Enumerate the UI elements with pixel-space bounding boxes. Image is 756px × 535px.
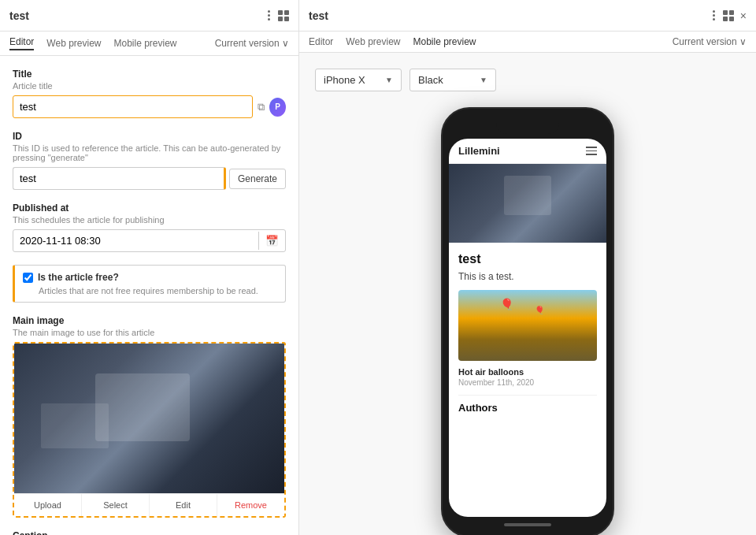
free-article-label: Is the article free? xyxy=(38,272,119,283)
phone-nav: Lillemini xyxy=(449,139,606,164)
right-header-actions: × xyxy=(711,9,747,22)
main-image-hint: The main image to use for this article xyxy=(13,328,286,337)
grid-view-icon[interactable] xyxy=(278,10,289,21)
phone-article-text: This is a test. xyxy=(458,271,597,282)
phone-divider xyxy=(458,395,597,396)
published-label: Published at xyxy=(13,202,286,214)
phone-authors-label: Authors xyxy=(458,402,597,414)
right-nav-mobile-preview[interactable]: Mobile preview xyxy=(413,36,476,47)
phone-notch xyxy=(496,118,559,134)
balloon-image xyxy=(458,290,597,361)
free-article-field-group: Is the article free? Articles that are n… xyxy=(13,265,286,303)
title-label: Title xyxy=(13,69,286,80)
main-image-label: Main image xyxy=(13,315,286,326)
phone-article-title: test xyxy=(458,252,597,266)
main-image-preview xyxy=(14,344,284,493)
phone-image-card xyxy=(458,290,597,361)
left-content: Title Article title ⧉ P ID This ID is us… xyxy=(0,56,298,535)
id-label: ID xyxy=(13,131,286,142)
copy-icon[interactable]: ⧉ xyxy=(256,99,266,115)
left-panel: test Editor Web preview Mobile preview C… xyxy=(0,0,299,535)
date-input-row: 📅 xyxy=(13,229,286,252)
right-nav-editor[interactable]: Editor xyxy=(309,36,333,47)
upload-button[interactable]: Upload xyxy=(14,494,82,516)
right-content: iPhone X ▼ Black ▼ Lillemini xyxy=(299,53,756,535)
chevron-down-icon: ▼ xyxy=(385,76,393,84)
main-image-field-group: Main image The main image to use for thi… xyxy=(13,315,286,518)
left-header-actions xyxy=(266,9,289,22)
right-nav: Editor Web preview Mobile preview Curren… xyxy=(299,32,756,53)
close-icon[interactable]: × xyxy=(740,10,747,21)
phone-mockup: Lillemini test This is a test. xyxy=(441,107,614,535)
color-selected-label: Black xyxy=(418,74,443,86)
chevron-down-icon-2: ▼ xyxy=(480,76,487,84)
published-hint: This schedules the article for publishin… xyxy=(13,215,286,225)
color-selector[interactable]: Black ▼ xyxy=(410,69,496,91)
right-grid-icon[interactable] xyxy=(723,10,734,21)
device-selector[interactable]: iPhone X ▼ xyxy=(315,69,402,91)
select-button[interactable]: Select xyxy=(82,494,150,516)
hamburger-icon xyxy=(586,147,597,155)
generate-button[interactable]: Generate xyxy=(229,169,286,189)
right-more-icon[interactable] xyxy=(711,9,717,22)
edit-button[interactable]: Edit xyxy=(150,494,217,516)
date-input[interactable] xyxy=(13,230,258,251)
left-title: test xyxy=(9,9,29,22)
id-field-group: ID This ID is used to reference the arti… xyxy=(13,131,286,190)
right-nav-web-preview[interactable]: Web preview xyxy=(346,36,400,47)
title-input[interactable] xyxy=(13,95,253,118)
calendar-icon[interactable]: 📅 xyxy=(258,232,285,250)
version-badge[interactable]: Current version ∨ xyxy=(215,38,289,49)
image-actions: Upload Select Edit Remove xyxy=(14,493,284,516)
phone-image-caption: Hot air balloons xyxy=(458,367,597,377)
free-article-checkbox[interactable] xyxy=(23,273,33,283)
title-placeholder: Article title xyxy=(13,81,286,91)
device-selected-label: iPhone X xyxy=(324,74,365,86)
right-title: test xyxy=(309,9,328,22)
title-field-group: Title Article title ⧉ P xyxy=(13,69,286,118)
remove-button[interactable]: Remove xyxy=(217,494,284,516)
caption-field-group: Caption xyxy=(13,530,286,535)
phone-screen: Lillemini test This is a test. xyxy=(449,139,606,517)
phone-hero-image xyxy=(449,164,606,243)
phone-home-bar xyxy=(504,523,551,526)
free-article-checkbox-field: Is the article free? Articles that are n… xyxy=(13,265,286,303)
phone-image-date: November 11th, 2020 xyxy=(458,378,597,387)
avatar: P xyxy=(269,98,286,117)
right-header: test × xyxy=(299,0,756,32)
image-box: Upload Select Edit Remove xyxy=(13,342,286,518)
nav-mobile-preview[interactable]: Mobile preview xyxy=(114,38,177,49)
id-hint: This ID is used to reference the article… xyxy=(13,143,286,162)
phone-article-content: test This is a test. Hot air balloons No… xyxy=(449,243,606,423)
free-article-hint: Articles that are not free requires memb… xyxy=(39,286,277,295)
more-options-icon[interactable] xyxy=(266,9,272,22)
title-input-row: ⧉ P xyxy=(13,95,286,118)
id-input[interactable] xyxy=(13,167,226,190)
device-selectors: iPhone X ▼ Black ▼ xyxy=(315,69,496,91)
right-panel: test × Editor Web preview Mobile preview… xyxy=(299,0,756,535)
id-generate-row: Generate xyxy=(13,167,286,190)
right-version-badge[interactable]: Current version ∨ xyxy=(673,36,747,47)
checkbox-row: Is the article free? xyxy=(23,272,277,283)
phone-brand: Lillemini xyxy=(458,145,500,157)
caption-label: Caption xyxy=(13,530,286,535)
fake-hero-visual xyxy=(449,164,606,243)
published-field-group: Published at This schedules the article … xyxy=(13,202,286,252)
nav-editor[interactable]: Editor xyxy=(9,36,34,50)
left-nav: Editor Web preview Mobile preview Curren… xyxy=(0,32,298,56)
left-header: test xyxy=(0,0,298,32)
nav-web-preview[interactable]: Web preview xyxy=(46,38,101,49)
